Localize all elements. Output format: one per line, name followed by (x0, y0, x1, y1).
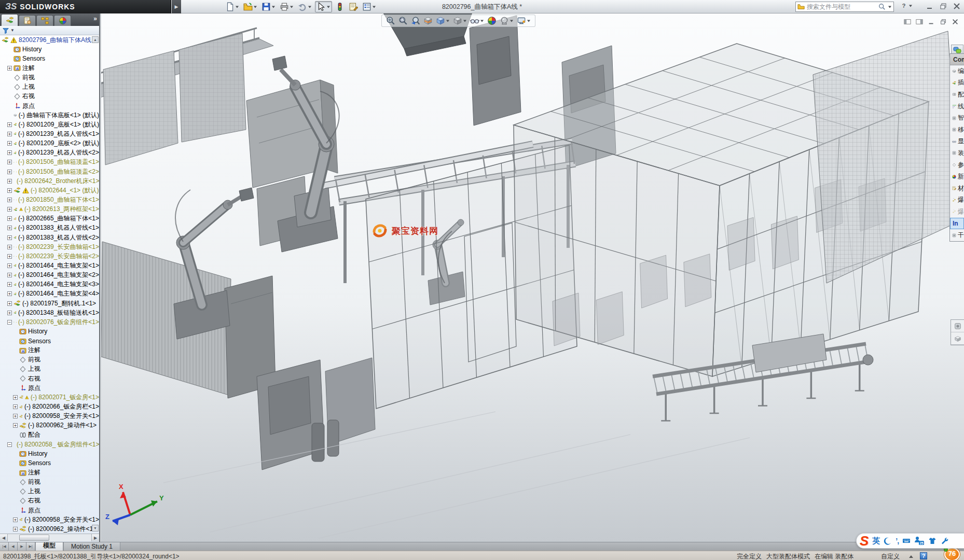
panel-expand-chevron[interactable]: » (93, 15, 97, 22)
tree-item[interactable]: +(-) 82002613_两种框架<1> (0, 205, 99, 214)
tab-nav-button-3[interactable]: ▶| (26, 542, 35, 551)
tree-item[interactable]: 82002796_曲轴箱下体A线 (0, 35, 99, 45)
filter-caret-icon[interactable]: ▼ (10, 28, 15, 33)
tree-item[interactable]: 原点 (0, 506, 99, 515)
tree-expand-toggle[interactable]: + (7, 141, 12, 146)
moon-icon[interactable] (884, 537, 892, 545)
tree-item[interactable]: History (0, 45, 99, 54)
tree-horizontal-scrollbar[interactable]: ◀ ▶ (0, 534, 99, 541)
tree-item[interactable]: A注解 (0, 346, 99, 355)
pane-right-button[interactable] (916, 18, 923, 25)
new-motion-study-button[interactable]: 新 (950, 171, 964, 183)
tree-expand-toggle[interactable]: + (7, 188, 12, 193)
hscroll-left[interactable]: ◀ (0, 534, 8, 541)
tree-expand-toggle[interactable]: + (7, 179, 12, 184)
tree-item[interactable]: (-) 曲轴箱下体底板<1> (默认) (0, 110, 99, 120)
search-input[interactable]: 搜索文件与模型 (807, 3, 876, 11)
tree-expand-toggle[interactable]: − (7, 442, 12, 447)
search-dropdown-icon[interactable] (888, 5, 892, 9)
explode-line-sketch-button[interactable]: 爆 (950, 206, 964, 218)
configurationmanager-tab[interactable] (36, 15, 53, 26)
tree-item[interactable]: +(-) 82001464_电主轴支架<4> (0, 289, 99, 299)
tree-item[interactable]: −(-) 82002076_钣金房组件<1> (0, 317, 99, 327)
tree-item[interactable]: 原点 (0, 101, 99, 110)
tree-item[interactable]: 右视 (0, 374, 99, 383)
settings-wrench-icon[interactable] (940, 537, 948, 545)
custom-caret-icon[interactable] (909, 555, 913, 558)
tree-expand-toggle[interactable]: + (7, 263, 12, 268)
model-tab[interactable]: 模型 (35, 542, 63, 551)
tree-expand-toggle[interactable]: + (13, 527, 18, 531)
doc-close-button[interactable] (952, 18, 959, 25)
tab-nav-button-0[interactable]: |◀ (0, 542, 9, 551)
doc-minimize-button[interactable] (928, 18, 935, 25)
hscroll-thumb[interactable] (19, 535, 49, 541)
tree-expand-toggle[interactable]: + (7, 254, 12, 259)
tree-item[interactable]: +(-) 82001383_机器人管线<2> (0, 233, 99, 242)
tree-item[interactable]: +(-) 82001464_电主轴支架<2> (0, 271, 99, 280)
save-button[interactable] (260, 2, 277, 12)
tree-expand-toggle[interactable]: + (7, 150, 12, 155)
tree-expand-toggle[interactable]: + (7, 170, 12, 174)
tree-expand-toggle[interactable]: + (7, 198, 12, 202)
tree-expand-toggle[interactable]: + (7, 207, 12, 212)
instant3d-button[interactable]: In (950, 218, 964, 230)
tree-item[interactable]: 前视 (0, 478, 99, 487)
tree-expand-toggle[interactable]: + (7, 311, 12, 315)
bill-of-materials-button[interactable]: 材 (950, 183, 964, 194)
undo-button[interactable] (297, 2, 313, 12)
tree-expand-toggle[interactable]: + (7, 291, 12, 296)
tree-expand-toggle[interactable]: + (13, 423, 18, 428)
display-style-button[interactable] (453, 16, 467, 25)
tree-item[interactable]: +(-) 82001239_机器人管线<1> (0, 129, 99, 138)
tree-expand-toggle[interactable]: + (7, 282, 12, 287)
tree-item[interactable]: +(-) 82001850_曲轴箱下体<1> (0, 195, 99, 204)
open-document-button[interactable] (242, 2, 258, 12)
tree-item[interactable]: +(-) 82000958_安全开关<1> (0, 515, 99, 524)
tree-expand-toggle[interactable]: + (7, 235, 12, 240)
tree-item[interactable]: Sensors (0, 458, 99, 468)
select-tool-button[interactable] (315, 1, 332, 12)
hide-show-items-button[interactable] (470, 16, 484, 25)
tree-item[interactable]: +A注解 (0, 63, 99, 73)
zoom-to-fit-button[interactable] (386, 16, 395, 25)
tree-item[interactable]: Sensors (0, 337, 99, 346)
punctuation-toggle[interactable]: ’, (896, 537, 899, 545)
options-button[interactable] (361, 2, 377, 12)
search-folder-icon[interactable] (797, 3, 805, 10)
tree-expand-toggle[interactable]: + (7, 226, 12, 230)
tree-item[interactable]: +(-) 82000962_操动件<1> (0, 421, 99, 430)
close-button[interactable] (953, 2, 961, 10)
section-view-button[interactable] (423, 16, 433, 25)
tree-item[interactable]: +(-) 82001348_板链输送机<1> (0, 308, 99, 317)
tree-item[interactable]: +(-) 82002239_长安曲轴箱<1> (0, 242, 99, 251)
tree-item[interactable]: History (0, 327, 99, 336)
tree-expand-toggle[interactable]: + (7, 273, 12, 277)
tree-item[interactable]: +(-) 82000958_安全开关<1> (0, 412, 99, 421)
tree-expand-toggle[interactable]: + (13, 404, 18, 409)
tree-item[interactable]: +(-) 82001506_曲轴箱顶盖<1> (0, 158, 99, 167)
tree-item[interactable]: +(-) 82001383_机器人管线<1> (0, 223, 99, 233)
doc-restore-button[interactable] (940, 18, 947, 25)
tree-expand-toggle[interactable]: + (7, 245, 12, 249)
reference-geometry-button[interactable]: 参 (950, 159, 964, 171)
tree-scroll-down[interactable]: ▼ (92, 525, 99, 531)
search-box[interactable]: 搜索文件与模型 (795, 2, 894, 12)
tree-item[interactable]: 上视 (0, 365, 99, 374)
tree-expand-toggle[interactable]: + (7, 216, 12, 221)
apply-scene-button[interactable] (500, 16, 514, 25)
performance-badge[interactable]: 76 (944, 548, 960, 560)
hscroll-right[interactable]: ▶ (91, 534, 99, 541)
flyout-header[interactable]: Com (950, 54, 964, 65)
tree-expand-toggle[interactable]: + (7, 122, 12, 127)
tab-nav-button-2[interactable]: ▶ (18, 542, 26, 551)
new-document-button[interactable] (224, 2, 240, 12)
motion-study-tab[interactable]: Motion Study 1 (63, 542, 120, 551)
tree-item[interactable]: History (0, 449, 99, 458)
tree-item[interactable]: 前视 (0, 355, 99, 365)
tree-item[interactable]: +(-) 82001239_机器人管线<2> (0, 148, 99, 158)
graphics-area[interactable]: Com 编插配线智移显装参新材爆爆In干 聚宝资料网 X Y Z (101, 13, 964, 542)
exploded-view-button[interactable]: 爆 (950, 194, 964, 206)
right-edge-button[interactable] (951, 320, 964, 332)
propertymanager-tab[interactable] (19, 15, 36, 26)
